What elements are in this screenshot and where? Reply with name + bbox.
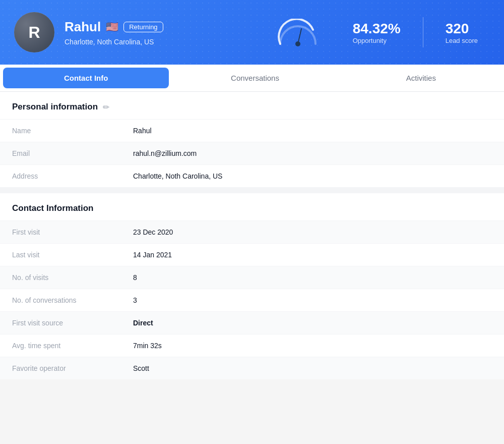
last-visit-label: Last visit [12, 251, 133, 259]
lead-score-value: 320 [446, 21, 469, 37]
section-gap [0, 187, 504, 193]
header: R Rahul 🇺🇸 Returning Charlotte, Noth Car… [0, 0, 504, 65]
personal-email-value: rahul.n@zillium.com [133, 149, 197, 157]
gauge-chart [275, 19, 321, 46]
tab-conversations[interactable]: Conversations [172, 65, 338, 91]
tab-activities[interactable]: Activities [338, 65, 504, 91]
content-area: Personal information ✏ Name Rahul Email … [0, 92, 504, 379]
personal-email-label: Email [12, 149, 133, 157]
personal-name-label: Name [12, 127, 133, 135]
tabs-bar: Contact Info Conversations Activities [0, 65, 504, 92]
contact-row-num-visits: No. of visits 8 [0, 266, 504, 289]
stats-divider [423, 17, 423, 47]
first-visit-label: First visit [12, 228, 133, 236]
personal-section-title: Personal information [12, 102, 98, 112]
personal-address-value: Charlotte, Noth Carolina, US [133, 172, 222, 180]
tab-contact-info[interactable]: Contact Info [3, 68, 169, 88]
personal-info-row-email: Email rahul.n@zillium.com [0, 142, 504, 164]
avatar-letter: R [28, 23, 40, 42]
personal-name-value: Rahul [133, 127, 152, 135]
opportunity-label: Opportunity [353, 37, 387, 44]
contact-row-favorite-operator: Favorite operator Scott [0, 357, 504, 379]
first-source-value: Direct [133, 319, 153, 327]
contact-row-first-visit: First visit 23 Dec 2020 [0, 220, 504, 243]
contact-section-header: Contact Information [0, 193, 504, 220]
contact-name: Rahul [65, 19, 101, 35]
last-visit-value: 14 Jan 2021 [133, 251, 172, 259]
edit-icon[interactable]: ✏ [103, 102, 109, 112]
num-conversations-label: No. of conversations [12, 296, 133, 304]
fav-operator-value: Scott [133, 364, 149, 372]
opportunity-stat: 84.32% Opportunity [341, 21, 413, 44]
personal-info-row-address: Address Charlotte, Noth Carolina, US [0, 164, 504, 187]
num-visits-value: 8 [133, 273, 137, 282]
contact-location: Charlotte, Noth Carolina, US [65, 38, 265, 46]
lead-score-label: Lead score [446, 37, 478, 44]
num-conversations-value: 3 [133, 296, 137, 304]
contact-row-last-visit: Last visit 14 Jan 2021 [0, 243, 504, 266]
avg-time-value: 7min 32s [133, 342, 162, 350]
first-source-label: First visit source [12, 319, 133, 327]
personal-address-label: Address [12, 172, 133, 180]
personal-section-header: Personal information ✏ [0, 92, 504, 119]
svg-line-1 [298, 29, 301, 44]
contact-row-avg-time: Avg. time spent 7min 32s [0, 334, 504, 357]
returning-badge: Returning [123, 22, 163, 32]
opportunity-value: 84.32% [353, 21, 401, 37]
fav-operator-label: Favorite operator [12, 364, 133, 372]
avg-time-label: Avg. time spent [12, 342, 133, 350]
lead-score-stat: 320 Lead score [433, 21, 490, 44]
contact-row-num-conversations: No. of conversations 3 [0, 289, 504, 311]
personal-info-row-name: Name Rahul [0, 119, 504, 142]
first-visit-value: 23 Dec 2020 [133, 228, 173, 236]
header-name-row: Rahul 🇺🇸 Returning [65, 19, 265, 35]
contact-row-first-source: First visit source Direct [0, 311, 504, 334]
flag-icon: 🇺🇸 [106, 21, 118, 33]
num-visits-label: No. of visits [12, 273, 133, 282]
gauge-container [275, 19, 321, 46]
avatar: R [14, 12, 54, 52]
header-info: Rahul 🇺🇸 Returning Charlotte, Noth Carol… [65, 19, 265, 46]
contact-section-title: Contact Information [12, 203, 94, 213]
